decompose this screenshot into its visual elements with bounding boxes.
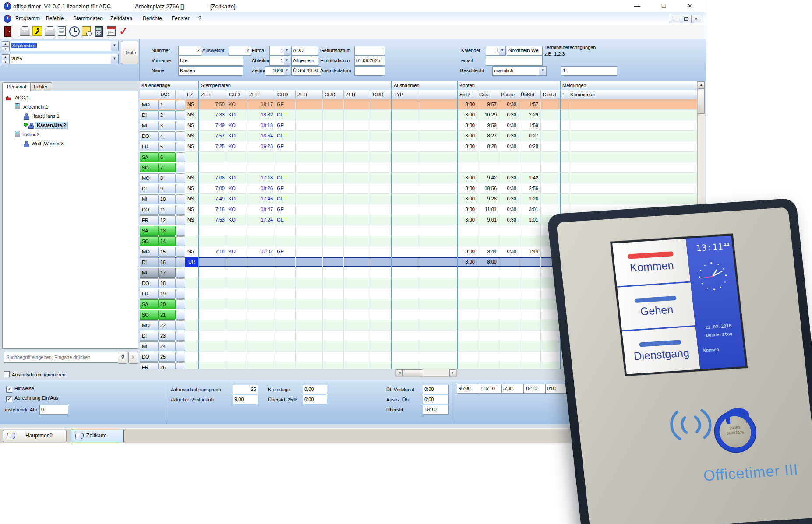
scroll-up-icon[interactable]: ▲ [698,81,705,88]
empty-cell[interactable] [296,173,323,183]
empty-cell[interactable] [419,236,458,246]
soll-cell[interactable]: 8:00 [458,120,477,131]
fz-cell[interactable] [185,152,199,162]
g2-cell[interactable]: GE [275,99,296,110]
empty-cell[interactable] [371,246,392,257]
empty-cell[interactable] [176,320,185,330]
ges-cell[interactable] [477,162,499,173]
total-field-4[interactable]: 0:00 [545,384,568,394]
g2-cell[interactable] [275,362,296,369]
g2-cell[interactable] [275,257,296,267]
empty-cell[interactable] [541,173,561,183]
fz-cell[interactable] [185,331,199,341]
empty-cell[interactable] [392,299,419,309]
empty-cell[interactable] [392,352,419,362]
empty-cell[interactable] [296,225,323,236]
g1-cell[interactable] [227,152,247,162]
fz-cell[interactable]: UR [185,257,199,267]
vertical-scroll-thumb[interactable] [698,88,705,114]
empty-cell[interactable] [419,204,458,215]
empty-cell[interactable] [541,131,561,141]
maximize-button[interactable]: □ [656,0,671,12]
empty-cell[interactable] [323,352,344,362]
z2-cell[interactable]: 18:26 [247,183,275,194]
empty-cell[interactable] [371,257,392,267]
soll-cell[interactable] [458,288,477,299]
pause-cell[interactable] [499,309,519,320]
fz-cell[interactable] [185,352,199,362]
abteilung-text-field[interactable]: Allgemein [291,56,318,66]
print-icon[interactable] [20,28,30,36]
ges-cell[interactable]: 9:57 [477,99,499,110]
pause-cell[interactable]: 0:30 [499,194,519,204]
minimize-button[interactable]: — [630,0,645,12]
pause-cell[interactable] [499,331,519,341]
z2-cell[interactable] [247,320,275,331]
anstehende-field[interactable]: 0 [39,405,68,415]
g1-cell[interactable]: KO [227,141,247,152]
month-dropdown-icon[interactable]: ▼ [111,41,119,51]
tag-cell[interactable]: 24 [158,341,176,351]
month-select[interactable]: September [9,41,114,51]
z1-cell[interactable]: 7:33 [199,110,227,120]
day-cell[interactable]: DI [140,110,158,120]
ges-cell[interactable]: 9:01 [477,215,499,225]
empty-cell[interactable] [323,162,344,173]
pause-cell[interactable]: 0:30 [499,120,519,131]
total-field-0[interactable]: 96:00 [457,384,480,394]
tag-cell[interactable]: 19 [158,289,176,299]
empty-cell[interactable] [323,309,344,320]
g1-cell[interactable]: KO [227,131,247,141]
pause-cell[interactable]: 0:30 [499,110,519,120]
empty-cell[interactable] [176,152,185,162]
calendar-icon[interactable] [107,26,116,36]
table-row-day-10[interactable]: MI10NS7:49KO17:45GE8:009:260:301:26 [140,194,697,204]
name-field[interactable]: Kasten [178,66,243,76]
empty-cell[interactable] [568,162,697,173]
tag-cell[interactable]: 22 [158,320,176,330]
z1-cell[interactable]: 7:25 [199,141,227,152]
empty-cell[interactable] [323,183,344,194]
empty-cell[interactable] [176,257,185,267]
soll-cell[interactable]: 8:00 [458,257,477,267]
ges-cell[interactable]: 10:56 [477,183,499,194]
empty-cell[interactable] [371,362,392,369]
table-row-day-5[interactable]: FR5NS7:25KO16:23GE8:008:280:300:28 [140,141,697,152]
soll-cell[interactable] [458,278,477,288]
empty-cell[interactable] [392,331,419,341]
fz-cell[interactable]: NS [185,246,199,257]
close-button[interactable]: × [682,0,697,12]
hauptmenu-button[interactable]: Hauptmenü [3,430,67,442]
z2-cell[interactable] [247,225,275,236]
g1-cell[interactable] [227,299,247,309]
ueb-cell[interactable] [519,236,541,246]
ueb-cell[interactable]: 0:28 [519,141,541,152]
ueb-cell[interactable]: 3:01 [519,204,541,215]
soll-cell[interactable] [458,331,477,341]
empty-cell[interactable] [419,362,458,369]
z2-cell[interactable]: 17:24 [247,215,275,225]
ges-cell[interactable] [477,288,499,299]
ueb-cell[interactable]: 2:56 [519,183,541,194]
day-cell[interactable]: MI [140,194,158,204]
zeitmodell-dropdown-icon[interactable]: ▼ [284,66,290,76]
empty-cell[interactable] [296,131,323,141]
g1-cell[interactable] [227,352,247,362]
document-icon[interactable] [58,26,66,36]
z2-cell[interactable]: 17:32 [247,246,275,257]
z2-cell[interactable] [247,288,275,299]
fz-cell[interactable]: NS [185,183,199,194]
empty-cell[interactable] [344,299,371,309]
pause-cell[interactable] [499,267,519,278]
empty-cell[interactable] [296,236,323,246]
empty-cell[interactable] [176,194,185,204]
g2-cell[interactable] [275,267,296,278]
empty-cell[interactable] [371,215,392,225]
empty-cell[interactable] [561,131,568,141]
ueb-cell[interactable]: 1:59 [519,120,541,131]
year-select[interactable]: 2025 [9,54,114,64]
z2-cell[interactable]: 16:54 [247,131,275,141]
empty-cell[interactable] [561,183,568,194]
g2-cell[interactable] [275,299,296,309]
empty-cell[interactable] [541,120,561,131]
